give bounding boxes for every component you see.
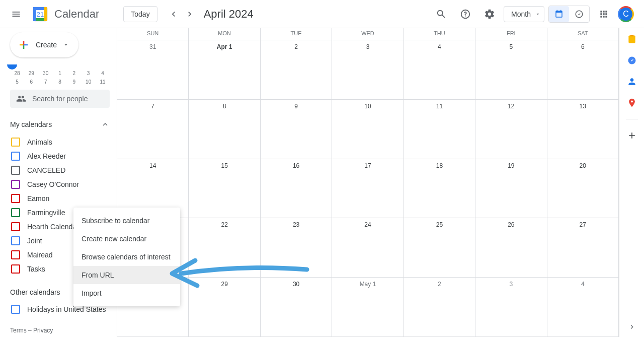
settings-button[interactable]	[479, 4, 500, 24]
calendar-checkbox[interactable]	[11, 194, 20, 203]
day-cell[interactable]: 15	[189, 159, 260, 218]
day-cell[interactable]: 9	[261, 100, 332, 159]
day-cell[interactable]: 16	[261, 159, 332, 218]
day-cell[interactable]: 12	[475, 100, 547, 159]
create-button[interactable]: Create	[10, 32, 78, 57]
add-calendar-menu: Subscribe to calendarCreate new calendar…	[73, 208, 180, 306]
create-label: Create	[36, 41, 57, 49]
day-cell[interactable]: 3	[332, 40, 404, 99]
calendar-checkbox[interactable]	[11, 305, 20, 314]
contacts-panel-button[interactable]	[627, 77, 637, 87]
calendar-checkbox[interactable]	[11, 166, 20, 175]
calendar-view-toggle[interactable]	[549, 6, 569, 22]
day-cell[interactable]: 4	[404, 40, 475, 99]
calendar-list-item[interactable]: Alex Reeder	[10, 149, 110, 163]
day-cell[interactable]: 3	[475, 278, 547, 336]
day-cell[interactable]: 20	[547, 159, 619, 218]
search-button[interactable]	[431, 4, 451, 24]
day-cell[interactable]: 8	[189, 100, 260, 159]
day-cell[interactable]: 2	[261, 40, 332, 99]
day-cell[interactable]: 30	[261, 278, 332, 336]
calendar-checkbox[interactable]	[11, 180, 20, 189]
day-cell[interactable]: 24	[332, 218, 404, 277]
day-cell[interactable]: 26	[475, 218, 547, 277]
day-cell[interactable]: 5	[475, 40, 547, 99]
calendar-checkbox[interactable]	[11, 138, 20, 147]
day-cell[interactable]: 22	[189, 218, 260, 277]
calendar-checkbox[interactable]	[11, 208, 20, 217]
keep-panel-button[interactable]	[627, 34, 637, 44]
apps-grid-icon	[599, 9, 609, 19]
day-cell[interactable]: 29	[189, 278, 260, 336]
calendar-checkbox[interactable]	[11, 152, 20, 161]
maps-panel-button[interactable]	[627, 98, 637, 108]
menu-item-browse-calendars-of-interest[interactable]: Browse calendars of interest	[73, 248, 180, 266]
view-selector[interactable]: Month	[504, 6, 544, 22]
day-header: TUE	[261, 28, 332, 40]
app-logo[interactable]: 21 Calendar	[30, 4, 99, 24]
day-cell[interactable]: 10	[332, 100, 404, 159]
menu-item-import[interactable]: Import	[73, 284, 180, 302]
account-avatar[interactable]: C	[618, 6, 634, 22]
day-header: SUN	[117, 28, 189, 40]
calendar-checkbox[interactable]	[11, 222, 20, 231]
mini-cal-partial-icon	[7, 64, 17, 70]
calendar-list-item[interactable]: Eamon	[10, 191, 110, 206]
collapse-panel-button[interactable]	[628, 323, 636, 331]
mini-calendar-row[interactable]: 2829301234	[10, 71, 110, 76]
chevron-right-icon	[628, 323, 636, 331]
day-cell[interactable]: 2	[404, 278, 475, 336]
calendar-label: Casey O'Connor	[27, 180, 79, 188]
add-panel-button[interactable]	[627, 130, 637, 141]
tasks-panel-button[interactable]	[627, 55, 637, 65]
svg-point-7	[7, 64, 17, 70]
prev-month-button[interactable]	[166, 6, 182, 22]
menu-item-create-new-calendar[interactable]: Create new calendar	[73, 230, 180, 248]
day-cell[interactable]: Apr 1	[189, 40, 260, 99]
svg-text:21: 21	[37, 11, 44, 18]
calendar-icon	[554, 10, 564, 19]
tasks-view-toggle[interactable]	[569, 6, 589, 22]
day-cell[interactable]: 23	[261, 218, 332, 277]
day-cell[interactable]: 31	[117, 40, 189, 99]
calendar-list-item[interactable]: Casey O'Connor	[10, 177, 110, 191]
calendar-label: Joint	[27, 237, 42, 245]
calendar-list-item[interactable]: Animals	[10, 135, 110, 149]
terms-link[interactable]: Terms	[10, 327, 27, 334]
help-icon	[460, 9, 471, 20]
day-cell[interactable]: May 1	[332, 278, 404, 336]
main-menu-button[interactable]	[4, 2, 28, 26]
plus-icon	[627, 130, 637, 141]
search-people-input[interactable]: Search for people	[10, 90, 110, 108]
next-month-button[interactable]	[182, 6, 198, 22]
google-apps-button[interactable]	[594, 4, 614, 24]
day-cell[interactable]: 11	[404, 100, 475, 159]
day-cell[interactable]: 6	[547, 40, 619, 99]
day-cell[interactable]: 13	[547, 100, 619, 159]
day-cell[interactable]: 25	[404, 218, 475, 277]
day-cell[interactable]: 7	[117, 100, 189, 159]
calendar-label: Animals	[27, 138, 52, 146]
my-calendars-toggle[interactable]: My calendars	[10, 117, 110, 132]
today-button[interactable]: Today	[123, 6, 157, 22]
day-cell[interactable]: 27	[547, 218, 619, 277]
day-cell[interactable]: 4	[547, 278, 619, 336]
calendar-checkbox[interactable]	[11, 250, 20, 259]
menu-item-subscribe-to-calendar[interactable]: Subscribe to calendar	[73, 212, 180, 230]
calendar-list-item[interactable]: CANCELED	[10, 163, 110, 177]
privacy-link[interactable]: Privacy	[33, 327, 53, 334]
help-button[interactable]	[455, 4, 475, 24]
plus-icon	[18, 39, 30, 51]
people-icon	[16, 94, 26, 104]
day-cell[interactable]: 18	[404, 159, 475, 218]
day-header: MON	[189, 28, 260, 40]
search-placeholder: Search for people	[32, 95, 88, 103]
calendar-label: Holidays in United States	[27, 305, 106, 313]
calendar-checkbox[interactable]	[11, 236, 20, 245]
mini-calendar-row[interactable]: 567891011	[10, 79, 110, 85]
menu-item-from-url[interactable]: From URL	[73, 266, 180, 284]
calendar-checkbox[interactable]	[11, 264, 20, 274]
day-cell[interactable]: 17	[332, 159, 404, 218]
day-cell[interactable]: 19	[475, 159, 547, 218]
calendar-label: Farmingville	[27, 209, 65, 217]
